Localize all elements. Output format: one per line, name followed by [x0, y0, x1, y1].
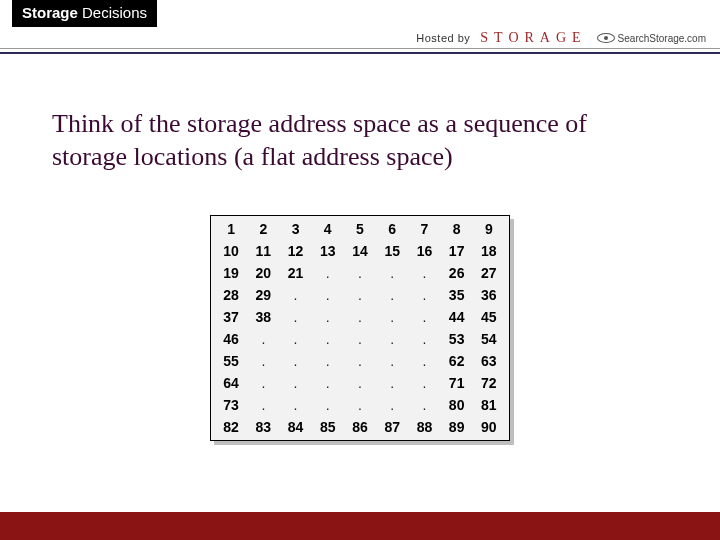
grid-cell: 17: [441, 240, 473, 262]
grid-cell: 73: [215, 394, 247, 416]
grid-cell: .: [408, 350, 440, 372]
grid-row: 55......6263: [215, 350, 505, 372]
grid-cell: .: [344, 372, 376, 394]
address-grid-table: 123456789101112131415161718192021....262…: [215, 218, 505, 438]
grid-cell: 5: [344, 218, 376, 240]
grid-cell: 20: [247, 262, 279, 284]
grid-cell: 38: [247, 306, 279, 328]
grid-cell: 1: [215, 218, 247, 240]
grid-cell: 84: [279, 416, 311, 438]
grid-cell: 12: [279, 240, 311, 262]
grid-cell: .: [279, 372, 311, 394]
grid-cell: .: [312, 350, 344, 372]
grid-cell: .: [247, 394, 279, 416]
grid-cell: 15: [376, 240, 408, 262]
grid-cell: 26: [441, 262, 473, 284]
grid-cell: .: [344, 394, 376, 416]
search-storage-logo: SearchStorage.com: [597, 33, 706, 44]
grid-cell: 80: [441, 394, 473, 416]
grid-cell: .: [312, 328, 344, 350]
grid-cell: .: [408, 372, 440, 394]
grid-cell: 7: [408, 218, 440, 240]
grid-cell: 3: [279, 218, 311, 240]
grid-cell: 14: [344, 240, 376, 262]
grid-cell: 83: [247, 416, 279, 438]
grid-cell: .: [344, 306, 376, 328]
grid-cell: .: [279, 350, 311, 372]
grid-row: 828384858687888990: [215, 416, 505, 438]
grid-cell: 4: [312, 218, 344, 240]
grid-cell: 16: [408, 240, 440, 262]
grid-cell: 19: [215, 262, 247, 284]
grid-cell: 53: [441, 328, 473, 350]
grid-cell: 27: [473, 262, 505, 284]
grid-row: 64......7172: [215, 372, 505, 394]
storage-logo: STORAGE: [480, 30, 586, 46]
grid-cell: 46: [215, 328, 247, 350]
divider-thick: [0, 52, 720, 54]
grid-cell: 62: [441, 350, 473, 372]
grid-cell: .: [247, 350, 279, 372]
grid-cell: .: [344, 350, 376, 372]
eye-icon: [597, 33, 615, 43]
grid-cell: 21: [279, 262, 311, 284]
grid-cell: .: [344, 328, 376, 350]
grid-cell: .: [279, 328, 311, 350]
brand-badge-light: Decisions: [82, 4, 147, 21]
slide-title: Think of the storage address space as a …: [52, 108, 668, 173]
grid-cell: 72: [473, 372, 505, 394]
grid-cell: .: [312, 372, 344, 394]
grid-cell: .: [376, 394, 408, 416]
grid-cell: .: [344, 262, 376, 284]
grid-cell: .: [376, 306, 408, 328]
hosted-by-label: Hosted by: [416, 32, 470, 44]
grid-row: 123456789: [215, 218, 505, 240]
grid-cell: .: [408, 262, 440, 284]
grid-cell: 87: [376, 416, 408, 438]
grid-cell: 71: [441, 372, 473, 394]
footer-bar: [0, 512, 720, 540]
grid-cell: 90: [473, 416, 505, 438]
grid-cell: .: [408, 284, 440, 306]
brand-badge: Storage Decisions: [12, 0, 157, 27]
grid-cell: 89: [441, 416, 473, 438]
grid-row: 2829.....3536: [215, 284, 505, 306]
grid-cell: .: [376, 284, 408, 306]
grid-cell: 82: [215, 416, 247, 438]
grid-cell: 29: [247, 284, 279, 306]
grid-cell: 55: [215, 350, 247, 372]
grid-cell: .: [376, 372, 408, 394]
grid-cell: 64: [215, 372, 247, 394]
grid-cell: 10: [215, 240, 247, 262]
hosted-row: Hosted by STORAGE SearchStorage.com: [416, 30, 706, 46]
top-bar: Storage Decisions: [0, 0, 720, 32]
grid-cell: 44: [441, 306, 473, 328]
grid-cell: 36: [473, 284, 505, 306]
divider-thin: [0, 48, 720, 49]
grid-cell: .: [312, 284, 344, 306]
grid-row: 46......5354: [215, 328, 505, 350]
grid-cell: 11: [247, 240, 279, 262]
grid-cell: 28: [215, 284, 247, 306]
grid-cell: .: [376, 350, 408, 372]
grid-cell: .: [344, 284, 376, 306]
grid-cell: .: [279, 306, 311, 328]
grid-cell: 9: [473, 218, 505, 240]
grid-cell: 63: [473, 350, 505, 372]
grid-cell: .: [279, 394, 311, 416]
grid-cell: 45: [473, 306, 505, 328]
grid-row: 101112131415161718: [215, 240, 505, 262]
grid-cell: 54: [473, 328, 505, 350]
grid-cell: .: [279, 284, 311, 306]
grid-cell: .: [312, 394, 344, 416]
grid-cell: 18: [473, 240, 505, 262]
grid-cell: 8: [441, 218, 473, 240]
grid-cell: .: [408, 328, 440, 350]
grid-cell: 13: [312, 240, 344, 262]
grid-cell: 37: [215, 306, 247, 328]
address-grid: 123456789101112131415161718192021....262…: [210, 215, 510, 441]
grid-cell: .: [376, 328, 408, 350]
grid-row: 73......8081: [215, 394, 505, 416]
grid-cell: .: [376, 262, 408, 284]
grid-cell: 35: [441, 284, 473, 306]
